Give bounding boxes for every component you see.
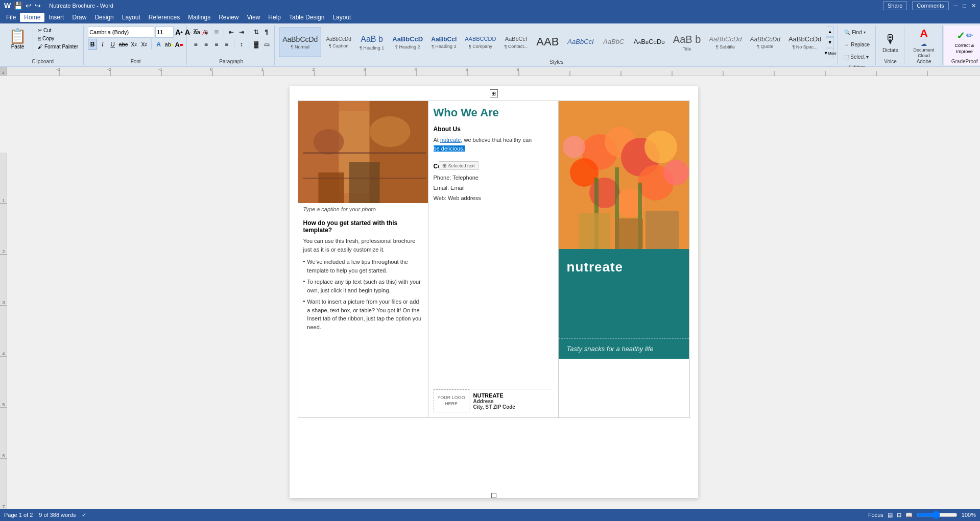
increase-indent-button[interactable]: ⇥: [237, 27, 246, 38]
menu-draw[interactable]: Draw: [68, 13, 90, 22]
menu-mailings[interactable]: Mailings: [184, 13, 214, 22]
format-painter-button[interactable]: 🖌 Format Painter: [36, 43, 80, 51]
underline-button[interactable]: U: [108, 39, 117, 50]
view-mode-read[interactable]: 📖: [905, 512, 913, 518]
share-button[interactable]: Share: [883, 1, 907, 10]
borders-button[interactable]: ▭: [262, 39, 271, 50]
styles-scroll-up[interactable]: ▲: [826, 27, 834, 37]
font-color-button[interactable]: A: [174, 39, 183, 50]
menu-references[interactable]: References: [145, 13, 184, 22]
show-marks-button[interactable]: ¶: [262, 27, 271, 38]
style-abbc[interactable]: AaBbC: [599, 28, 629, 57]
quick-access-undo[interactable]: ↩: [26, 2, 32, 10]
word-count[interactable]: 9 of 388 words: [39, 512, 76, 518]
menu-design[interactable]: Design: [90, 13, 117, 22]
col2-logo-box[interactable]: YOUR LOGO HERE: [434, 389, 469, 412]
col2-email[interactable]: Email: Email: [434, 183, 553, 193]
style-dark[interactable]: AaBbCcDd: [630, 28, 668, 57]
col2-about-text[interactable]: At nutreate, we believe that healthy can…: [434, 136, 553, 153]
style-aab[interactable]: AAB: [532, 28, 563, 57]
shading-button[interactable]: ▓: [252, 39, 261, 50]
styles-expand[interactable]: ▼More: [826, 48, 834, 58]
col1-caption[interactable]: Type a caption for your photo: [298, 203, 428, 215]
close-button[interactable]: ✕: [971, 3, 976, 9]
style-normal[interactable]: AaBbCcDd ¶ Normal: [279, 28, 321, 57]
align-left-button[interactable]: ≡: [191, 39, 200, 50]
col1-intro[interactable]: You can use this fresh, professional bro…: [303, 237, 423, 254]
style-contact[interactable]: AaBbCcI ¶ Contact...: [500, 28, 531, 57]
menu-insert[interactable]: Insert: [44, 13, 68, 22]
italic-button[interactable]: I: [98, 39, 107, 50]
bullets-button[interactable]: ☰: [191, 27, 200, 38]
numbering-button[interactable]: ≡: [201, 27, 210, 38]
col2-web[interactable]: Web: Web address: [434, 193, 553, 204]
menu-view[interactable]: View: [243, 13, 265, 22]
menu-file[interactable]: File: [2, 13, 20, 22]
font-size-increase-button[interactable]: A+: [175, 27, 183, 38]
col2-title[interactable]: Who We Are: [434, 106, 553, 119]
ruler-corner[interactable]: ⌟: [0, 67, 7, 76]
proofing-indicator[interactable]: ✓: [82, 512, 86, 518]
style-quote[interactable]: AaBbCcDd ¶ Quote: [747, 28, 784, 57]
comments-button[interactable]: Comments: [912, 1, 948, 10]
style-heading2[interactable]: AaBbCcD ¶ Heading 2: [389, 28, 426, 57]
text-effects-button[interactable]: A: [154, 39, 163, 50]
style-company[interactable]: AABBCCDD ¶ Company: [461, 28, 499, 57]
col1-heading[interactable]: How do you get started with this templat…: [303, 219, 423, 234]
find-button[interactable]: 🔍 Find ▾: [842, 27, 868, 38]
align-center-button[interactable]: ≡: [201, 39, 210, 50]
gradeproof-button[interactable]: ✓ ✏ Correct & Improve: [947, 27, 980, 57]
cut-button[interactable]: ✂ Cut: [36, 27, 80, 34]
bullet-text-2[interactable]: To replace any tip text (such as this) w…: [307, 278, 422, 294]
font-size-input[interactable]: [155, 27, 174, 38]
minimize-button[interactable]: ─: [954, 3, 958, 9]
dictate-button[interactable]: 🎙 Dictate: [880, 28, 901, 57]
copy-button[interactable]: ⎘ Copy: [36, 35, 80, 42]
strikethrough-button[interactable]: abc: [118, 39, 129, 50]
style-title[interactable]: AaB b Title: [670, 28, 704, 57]
styles-scroll-down[interactable]: ▼: [826, 37, 834, 47]
menu-table-design[interactable]: Table Design: [285, 13, 328, 22]
style-heading3[interactable]: AaBbCcI ¶ Heading 3: [427, 28, 460, 57]
zoom-slider[interactable]: [917, 511, 958, 518]
zoom-level[interactable]: 100%: [962, 512, 976, 518]
view-mode-print[interactable]: ▤: [888, 512, 893, 518]
view-mode-web[interactable]: ⊟: [897, 512, 901, 518]
subscript-button[interactable]: X2: [129, 39, 138, 50]
style-subtitle[interactable]: AaBbCcDd ¶ Subtitle: [705, 28, 745, 57]
paste-button[interactable]: 📋 Paste: [5, 27, 30, 54]
menu-layout[interactable]: Layout: [118, 13, 145, 22]
document-page[interactable]: ⊞: [290, 86, 698, 498]
style-nospace[interactable]: AaBbCcDd ¶ No Spac...: [785, 28, 825, 57]
style-intense[interactable]: AaBbCcI: [564, 28, 597, 57]
menu-review[interactable]: Review: [214, 13, 243, 22]
menu-help[interactable]: Help: [264, 13, 285, 22]
align-right-button[interactable]: ≡: [212, 39, 221, 50]
menu-layout2[interactable]: Layout: [328, 13, 355, 22]
col2-about-heading[interactable]: About Us: [434, 126, 553, 133]
page-indicator[interactable]: Page 1 of 2: [4, 512, 33, 518]
quick-access-redo[interactable]: ↪: [35, 2, 41, 10]
bullet-text-1[interactable]: We've included a few tips throughout the…: [307, 258, 422, 275]
table-move-handle[interactable]: ⊞: [490, 89, 498, 97]
bullet-text-3[interactable]: Want to insert a picture from your files…: [307, 297, 422, 331]
superscript-button[interactable]: X2: [139, 39, 149, 50]
sort-button[interactable]: ⇅: [252, 27, 261, 38]
menu-home[interactable]: Home: [20, 13, 44, 22]
bold-button[interactable]: B: [88, 39, 97, 50]
quick-access-save[interactable]: 💾: [14, 2, 22, 10]
decrease-indent-button[interactable]: ⇤: [227, 27, 236, 38]
style-heading1[interactable]: AaB b ¶ Heading 1: [356, 28, 388, 57]
multilevel-list-button[interactable]: ≣: [212, 27, 221, 38]
justify-button[interactable]: ≡: [222, 39, 231, 50]
style-caption[interactable]: AaBbCcDd ¶ Caption: [322, 28, 354, 57]
col3-brand[interactable]: nutreate: [567, 259, 624, 275]
line-spacing-button[interactable]: ↕: [237, 39, 246, 50]
select-button[interactable]: ⬚ Select ▾: [842, 51, 871, 62]
maximize-button[interactable]: □: [963, 3, 966, 9]
highlight-button[interactable]: ab: [164, 39, 174, 50]
font-family-input[interactable]: [88, 27, 154, 38]
replace-button[interactable]: ↔ Replace: [842, 39, 872, 50]
table-resize-handle[interactable]: [491, 493, 496, 498]
document-cloud-button[interactable]: A ☁ Document Cloud: [909, 28, 939, 57]
